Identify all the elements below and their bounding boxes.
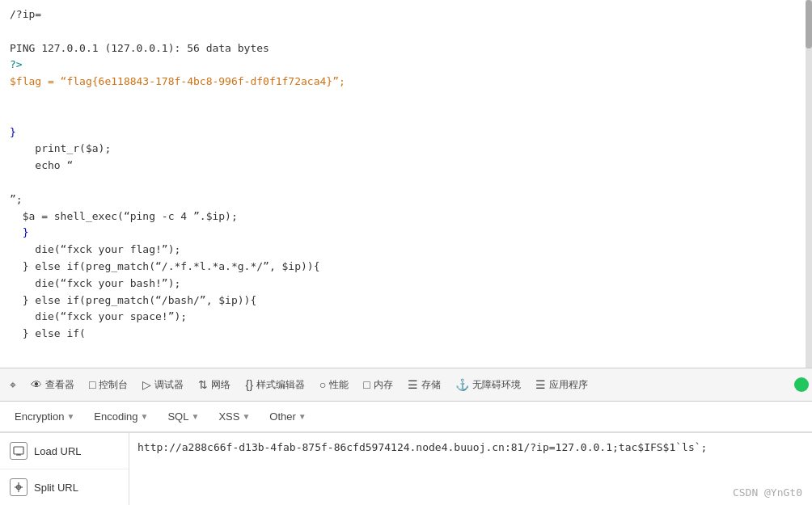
load-url-svg: [13, 445, 24, 457]
code-line: die(“fxck your space!”);: [10, 309, 802, 326]
devtools-style-editor-btn[interactable]: {} 样式编辑器: [239, 375, 311, 395]
accessibility-icon: ⚓: [455, 378, 469, 391]
storage-icon: ☰: [408, 378, 418, 391]
devtools-network-btn[interactable]: ⇅ 网络: [192, 375, 237, 395]
code-line: /?ip=: [10, 6, 802, 23]
devtools-accessibility-btn[interactable]: ⚓ 无障碍环境: [449, 375, 527, 395]
other-arrow-icon: ▼: [298, 412, 307, 421]
memory-label: 内存: [374, 378, 393, 392]
load-url-label: Load URL: [34, 445, 82, 457]
code-line: [10, 90, 802, 107]
devtools-inspector-btn[interactable]: ⌖: [3, 375, 23, 395]
network-label: 网络: [211, 378, 230, 392]
code-line: }: [10, 225, 802, 242]
other-menu-btn[interactable]: Other ▼: [261, 407, 314, 426]
devtools-storage-btn[interactable]: ☰ 存储: [401, 375, 447, 395]
split-url-icon: [10, 478, 27, 496]
devtools-memory-btn[interactable]: □ 内存: [357, 375, 399, 395]
devtools-perf-btn[interactable]: ○ 性能: [313, 375, 355, 395]
code-line: } else if(preg_match(“/.*f.*l.*a.*g.*/”,…: [10, 259, 802, 276]
sql-menu-btn[interactable]: SQL ▼: [159, 407, 207, 426]
devtools-console-btn[interactable]: □ 控制台: [82, 375, 134, 395]
load-url-button[interactable]: Load URL: [0, 433, 129, 469]
code-line: $flag = “flag{6e118843-178f-4bc8-996f-df…: [10, 74, 802, 90]
devtools-viewer-btn[interactable]: 👁 查看器: [24, 375, 81, 395]
other-label: Other: [269, 410, 296, 423]
devtools-debugger-btn[interactable]: ▷ 调试器: [136, 375, 190, 395]
split-url-button[interactable]: Split URL: [0, 469, 129, 505]
green-favicon: [794, 377, 809, 392]
encoding-menu-btn[interactable]: Encoding ▼: [86, 407, 156, 426]
code-line: ?>: [10, 57, 802, 74]
scrollbar[interactable]: [806, 0, 812, 368]
code-line: [10, 175, 802, 191]
sql-label: SQL: [167, 410, 188, 423]
url-panel: Load URL Split URL http://a288c66f-d13b-…: [0, 432, 812, 505]
url-action-buttons: Load URL Split URL: [0, 433, 129, 505]
code-line: PING 127.0.0.1 (127.0.0.1): 56 data byte…: [10, 40, 802, 57]
encoder-toolbar: Encryption ▼ Encoding ▼ SQL ▼ XSS ▼ Othe…: [0, 402, 812, 432]
style-editor-label: 样式编辑器: [256, 378, 305, 392]
devtools-toolbar: ⌖ 👁 查看器 □ 控制台 ▷ 调试器 ⇅ 网络 {} 样式编辑器 ○ 性能 □…: [0, 368, 812, 402]
console-label: 控制台: [99, 378, 128, 392]
code-line: }: [10, 124, 802, 141]
inspector-icon: ⌖: [10, 378, 16, 392]
encryption-label: Encryption: [15, 410, 64, 423]
debugger-label: 调试器: [154, 378, 184, 392]
debugger-icon: ▷: [142, 378, 151, 391]
sql-arrow-icon: ▼: [191, 412, 199, 421]
code-line: [10, 107, 802, 124]
xss-label: XSS: [218, 410, 239, 423]
url-input-area[interactable]: http://a288c66f-d13b-4fab-875f-86cfd5974…: [129, 433, 812, 505]
memory-icon: □: [363, 378, 370, 391]
encryption-arrow-icon: ▼: [66, 412, 74, 421]
viewer-label: 查看器: [45, 378, 74, 392]
console-icon: □: [89, 378, 95, 391]
load-url-icon: [10, 442, 27, 460]
perf-label: 性能: [329, 378, 349, 392]
storage-label: 存储: [421, 378, 441, 392]
xss-arrow-icon: ▼: [242, 412, 250, 421]
encoding-label: Encoding: [94, 410, 137, 423]
encoding-arrow-icon: ▼: [141, 412, 149, 421]
code-display: /?ip= PING 127.0.0.1 (127.0.0.1): 56 dat…: [0, 0, 812, 368]
app-icon: ☰: [535, 378, 546, 391]
code-line: $a = shell_exec(“ping -c 4 ”.$ip);: [10, 208, 802, 225]
encryption-menu-btn[interactable]: Encryption ▼: [6, 407, 82, 426]
watermark-text: CSDN @YnGt0: [733, 486, 802, 499]
code-line: ”;: [10, 191, 802, 208]
split-url-svg: [13, 482, 24, 493]
svg-rect-0: [14, 447, 23, 454]
app-label: 应用程序: [549, 378, 588, 392]
code-line: print_r($a);: [10, 141, 802, 158]
xss-menu-btn[interactable]: XSS ▼: [210, 407, 258, 426]
code-line: } else if(: [10, 326, 802, 343]
code-line: } else if(preg_match(“/bash/”, $ip)){: [10, 292, 802, 309]
devtools-app-btn[interactable]: ☰ 应用程序: [529, 375, 594, 395]
network-icon: ⇅: [198, 378, 208, 391]
split-url-label: Split URL: [34, 482, 78, 494]
style-editor-icon: {}: [245, 378, 252, 391]
code-line: [10, 23, 802, 40]
url-value[interactable]: http://a288c66f-d13b-4fab-875f-86cfd5974…: [137, 440, 804, 456]
code-line: echo “: [10, 158, 802, 175]
code-line: die(“fxck your flag!”);: [10, 242, 802, 259]
accessibility-label: 无障碍环境: [472, 378, 521, 392]
viewer-icon: 👁: [31, 378, 42, 391]
scrollbar-thumb[interactable]: [806, 0, 812, 48]
code-line: die(“fxck your bash!”);: [10, 276, 802, 292]
perf-icon: ○: [319, 378, 326, 391]
